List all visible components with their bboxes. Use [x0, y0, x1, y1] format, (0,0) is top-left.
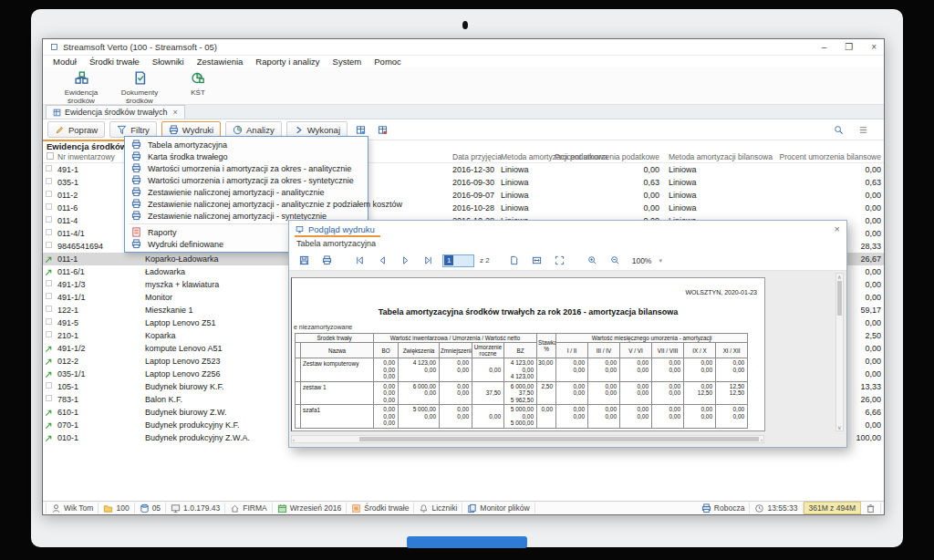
table-red-icon: [378, 125, 388, 135]
status-13-55-33[interactable]: 13:55:33: [750, 503, 803, 513]
preview-close-icon[interactable]: ×: [835, 223, 840, 234]
toolbar-right-icons: [830, 121, 879, 138]
cell-nr: 491-1/3: [57, 280, 86, 289]
status-361m-z-494m[interactable]: 361M z 494M: [804, 502, 862, 514]
row-checkbox[interactable]: [46, 178, 52, 184]
row-checkbox[interactable]: [46, 306, 52, 312]
row-checkbox[interactable]: [46, 191, 52, 197]
tab-close-icon[interactable]: ×: [173, 108, 178, 117]
fullscreen-button[interactable]: [551, 253, 568, 269]
menu-item-tabela-amortyzacyjna[interactable]: Tabela amortyzacyjna: [125, 139, 368, 150]
scroll-up-arrow[interactable]: ∧: [837, 274, 841, 280]
row-checkbox[interactable]: [46, 203, 52, 210]
status-monitor-plik-w[interactable]: Monitor plików: [462, 503, 534, 513]
report-value-cell: 6 000,0037,505 962,50: [504, 381, 537, 405]
list-button[interactable]: [855, 121, 872, 138]
menu-item-wartości-umorzenia-i-amortyzacji-za-okre[interactable]: Wartości umorzenia i amortyzacji za okre…: [125, 174, 368, 186]
nav-last-icon: [423, 255, 433, 265]
column-header-nr[interactable]: Nr inwentarzowy: [57, 152, 115, 161]
menu-item-wartości-umorzenia-i-amortyzacji-za-okre[interactable]: Wartości umorzenia i amortyzacji za okre…: [125, 162, 368, 174]
row-checkbox[interactable]: [46, 216, 52, 223]
nav-first-button[interactable]: [351, 253, 368, 269]
menu-item-s-owniki[interactable]: Słowniki: [146, 57, 191, 67]
row-checkbox[interactable]: [46, 280, 52, 286]
scroll-right-arrow[interactable]: ›: [761, 436, 763, 443]
menu-item--rodki-trwa-e[interactable]: Środki trwałe: [83, 57, 146, 67]
row-checkbox[interactable]: [46, 165, 52, 171]
zoom-out-button[interactable]: [607, 253, 624, 269]
row-checkbox[interactable]: [46, 318, 52, 325]
button-label: Filtry: [130, 125, 150, 135]
menu-item-zestawienia[interactable]: Zestawienia: [191, 57, 250, 67]
report-group-header: Wartość inwentarzowa / Umorzenia / Warto…: [374, 334, 537, 343]
printer-icon: [322, 255, 332, 265]
zoom-level-select[interactable]: 100%▾: [629, 256, 665, 265]
print-button[interactable]: [318, 253, 336, 269]
maximize-button[interactable]: ❐: [845, 42, 853, 52]
menu-item-modu-[interactable]: Moduł: [47, 57, 83, 67]
cell-nr: 491-1: [57, 165, 78, 174]
scroll-left-arrow[interactable]: ‹: [293, 436, 295, 443]
vertical-scrollbar-thumb[interactable]: [837, 281, 842, 316]
menu-item-label: Raporty: [148, 228, 177, 237]
menu-item-karta-środka-trwałego[interactable]: Karta środka trwałego: [125, 150, 368, 162]
single-page-button[interactable]: [505, 253, 523, 269]
status-liczniki[interactable]: Liczniki: [414, 503, 462, 513]
close-button[interactable]: ×: [871, 42, 877, 52]
status-1-0-179-43[interactable]: 1.0.179.43: [166, 503, 225, 513]
row-checkbox[interactable]: [46, 229, 52, 235]
table-red-button[interactable]: [374, 121, 391, 138]
column-header-balance-percent[interactable]: Procent umorzenia bilansowe: [744, 152, 881, 161]
nav-prev-button[interactable]: [374, 253, 391, 269]
minimize-button[interactable]: –: [822, 42, 827, 52]
report-col-header: BO: [374, 343, 399, 358]
monitor-gray-icon: [171, 503, 181, 513]
horizontal-scrollbar[interactable]: ‹ ›: [291, 435, 764, 443]
ribbon-item-docs[interactable]: Dokumenty środków: [110, 67, 169, 104]
row-checkbox[interactable]: [46, 242, 52, 248]
menu-bar: ModułŚrodki trwałeSłownikiZestawieniaRap…: [43, 56, 884, 67]
status-robocza[interactable]: Robocza: [697, 503, 751, 513]
window-title: Streamsoft Verto (100 - Streamsoft - 05): [63, 42, 217, 52]
report-cell-name: Zestaw komputerowy: [301, 358, 374, 382]
menu-item-zestawienie-naliczonej-amortyzacji-anali[interactable]: Zestawienie naliczonej amortyzacji - ana…: [125, 186, 368, 198]
menu-item-zestawienie-naliczonej-amortyzacji-anali[interactable]: Zestawienie naliczonej amortyzacji - ana…: [125, 198, 368, 210]
report-value-cell: 4 123,000,004 123,00: [504, 358, 537, 382]
horizontal-scrollbar-thumb[interactable]: [359, 437, 759, 441]
ribbon-item-kst[interactable]: KŚT: [169, 67, 227, 104]
app-window: Streamsoft Verto (100 - Streamsoft - 05)…: [42, 38, 885, 515]
column-header-tax-percent[interactable]: Procent umorzenia podatkowe: [550, 152, 659, 161]
status-label: FIRMA: [243, 503, 266, 513]
ribbon-item-evidence[interactable]: Ewidencja środków: [52, 67, 110, 104]
nav-last-button[interactable]: [420, 253, 437, 269]
zoom-in-button[interactable]: [584, 253, 601, 269]
status-firma[interactable]: FIRMA: [225, 503, 272, 513]
row-checkbox[interactable]: [46, 293, 52, 299]
status--rodki-trwa-e[interactable]: Środki trwałe: [347, 503, 414, 513]
row-checkbox[interactable]: [46, 382, 52, 389]
floppy-icon: [299, 255, 309, 265]
status-wrzesie-2016[interactable]: Wrzesień 2016: [273, 503, 348, 513]
nav-next-button[interactable]: [397, 253, 414, 269]
status-trash[interactable]: [861, 503, 881, 513]
fit-width-button[interactable]: [528, 253, 545, 269]
page-number-input[interactable]: 1: [442, 254, 474, 267]
report-value-cell: 0,000,00: [588, 405, 620, 429]
scroll-down-arrow[interactable]: ∨: [837, 424, 841, 430]
status-100[interactable]: 100: [99, 503, 134, 513]
row-checkbox[interactable]: [46, 331, 52, 337]
camera-dot: [462, 21, 468, 29]
search-button[interactable]: [830, 121, 847, 138]
menu-item-pomoc[interactable]: Pomoc: [368, 57, 408, 67]
menu-item-raporty-i-analizy[interactable]: Raporty i analizy: [249, 57, 326, 67]
popraw-button[interactable]: Popraw: [47, 121, 105, 138]
row-checkbox[interactable]: [46, 395, 52, 401]
status-05[interactable]: 05: [135, 503, 166, 513]
status-wik-tom[interactable]: Wik Tom: [46, 503, 99, 513]
save-button[interactable]: [296, 253, 313, 269]
column-header-date[interactable]: Data przyjęcia: [452, 152, 502, 161]
vertical-scrollbar[interactable]: ∧ ∨: [835, 273, 844, 431]
tab-ewidencja-srodkow[interactable]: Ewidencja środków trwałych ×: [46, 105, 185, 119]
menu-item-system[interactable]: System: [327, 57, 368, 67]
column-chooser-icon[interactable]: [47, 152, 54, 160]
